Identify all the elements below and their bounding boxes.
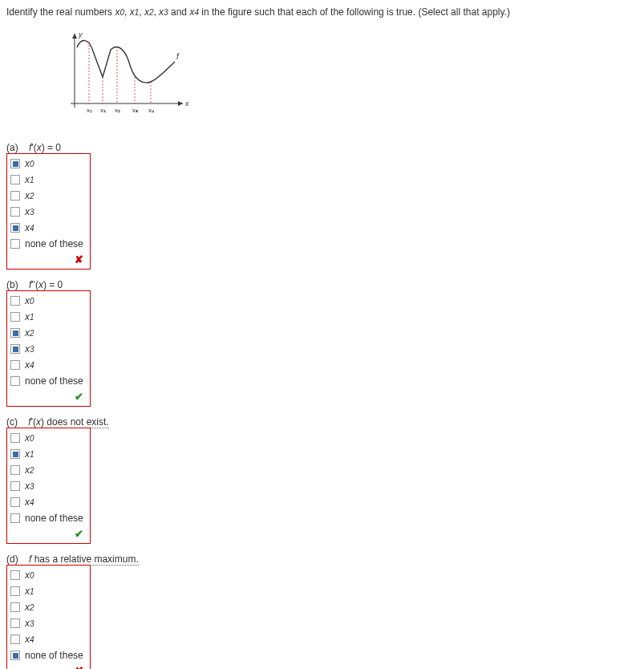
question-block-b: (b) f''(x) = 0x0x1x2x3x4none of these✔ [6,279,638,407]
question-block-a: (a) f'(x) = 0x0x1x2x3x4none of these✘ [6,142,638,270]
option-label-x3: x3 [25,480,34,492]
option-label-x0: x0 [25,158,34,169]
prompt-prefix: Identify the real numbers [6,6,115,18]
option-row-none: none of these [9,373,85,389]
question-label: (b) f''(x) = 0 [6,279,638,290]
checkbox-none[interactable] [10,239,20,249]
checkbox-x4[interactable] [10,223,20,233]
option-row-x3: x3 [9,615,85,631]
svg-text:x: x [184,99,189,107]
svg-marker-3 [72,34,77,39]
option-label-x1: x1 [25,174,34,185]
checkbox-x2[interactable] [10,191,20,201]
var-x0-sub: 0 [119,8,124,17]
checkbox-x2[interactable] [10,602,20,612]
option-row-x1: x1 [9,446,85,462]
checkbox-none[interactable] [10,376,20,386]
option-label-x2: x2 [25,464,34,476]
option-row-x0: x0 [9,156,85,172]
option-label-x0: x0 [25,295,34,306]
checkbox-x3[interactable] [10,207,20,217]
option-label-none: none of these [25,238,83,249]
option-label-x4: x4 [25,222,34,233]
checkbox-x0[interactable] [10,159,20,168]
function-figure: f x₀ x₁ x₂ x₃ x₄ x y [55,27,638,126]
checkbox-none[interactable] [10,651,20,660]
svg-text:f: f [176,52,180,61]
checkbox-x1[interactable] [10,449,20,459]
option-row-x1: x1 [9,172,85,188]
var-x3-sub: 3 [164,8,168,17]
option-label-x3: x3 [25,206,34,217]
checkbox-x0[interactable] [10,296,20,306]
option-label-x4: x4 [25,634,34,645]
option-label-x2: x2 [25,190,34,201]
option-label-x4: x4 [25,497,34,508]
option-row-x0: x0 [9,293,85,309]
svg-marker-1 [178,101,183,106]
option-row-x4: x4 [9,357,85,373]
checkbox-x0[interactable] [10,433,20,443]
option-label-x0: x0 [25,570,34,581]
option-row-none: none of these [9,510,85,526]
option-row-none: none of these [9,647,85,663]
option-label-none: none of these [25,375,83,387]
option-row-none: none of these [9,236,85,252]
checkbox-x0[interactable] [10,570,20,580]
option-row-x3: x3 [9,204,85,220]
checkbox-x1[interactable] [10,175,20,184]
checkbox-x3[interactable] [10,618,20,628]
option-row-x3: x3 [9,341,85,357]
option-label-x4: x4 [25,359,34,371]
option-row-x4: x4 [9,494,85,510]
option-label-x3: x3 [25,343,34,355]
svg-text:x₁: x₁ [100,107,106,114]
option-label-none: none of these [25,513,83,524]
option-row-x2: x2 [9,325,85,341]
question-label: (d) f has a relative maximum. [6,553,638,565]
option-label-none: none of these [25,650,83,661]
answer-box: x0x1x2x3x4none of these✘ [6,153,91,270]
feedback-mark: ✔ [9,389,85,404]
checkbox-x2[interactable] [10,328,20,338]
svg-text:x₂: x₂ [115,107,120,114]
feedback-mark: ✘ [9,663,85,669]
question-block-d: (d) f has a relative maximum.x0x1x2x3x4n… [6,553,638,669]
checkbox-x2[interactable] [10,465,20,475]
option-label-x2: x2 [25,327,34,339]
option-row-x0: x0 [9,567,85,583]
option-row-x4: x4 [9,631,85,647]
checkbox-x4[interactable] [10,635,20,644]
question-label: (a) f'(x) = 0 [6,142,638,153]
var-x2-sub: 2 [149,8,154,17]
question-prompt: Identify the real numbers x0, x1, x2, x3… [6,6,638,18]
graph-svg: f x₀ x₁ x₂ x₃ x₄ x y [55,27,191,124]
svg-text:x₀: x₀ [87,107,92,114]
prompt-suffix: in the figure such that each of the foll… [199,6,510,18]
option-row-x2: x2 [9,462,85,478]
checkbox-x3[interactable] [10,481,20,491]
option-label-x1: x1 [25,448,34,460]
option-label-x2: x2 [25,602,34,613]
option-row-x3: x3 [9,478,85,494]
question-label: (c) f'(x) does not exist. [6,416,638,428]
checkbox-x4[interactable] [10,360,20,370]
option-label-x1: x1 [25,586,34,597]
svg-text:x₄: x₄ [148,107,154,114]
option-label-x0: x0 [25,432,34,444]
checkbox-x1[interactable] [10,312,20,322]
svg-text:x₃: x₃ [132,107,138,114]
answer-box: x0x1x2x3x4none of these✘ [6,565,91,669]
option-row-x2: x2 [9,188,85,204]
checkbox-x4[interactable] [10,497,20,507]
var-x1-sub: 1 [135,8,140,17]
checkbox-none[interactable] [10,513,20,523]
option-row-x2: x2 [9,599,85,615]
option-label-x3: x3 [25,618,34,629]
option-row-x1: x1 [9,583,85,599]
option-row-x4: x4 [9,220,85,236]
checkbox-x1[interactable] [10,586,20,596]
feedback-mark: ✔ [9,526,85,541]
answer-box: x0x1x2x3x4none of these✔ [6,428,91,544]
checkbox-x3[interactable] [10,344,20,354]
